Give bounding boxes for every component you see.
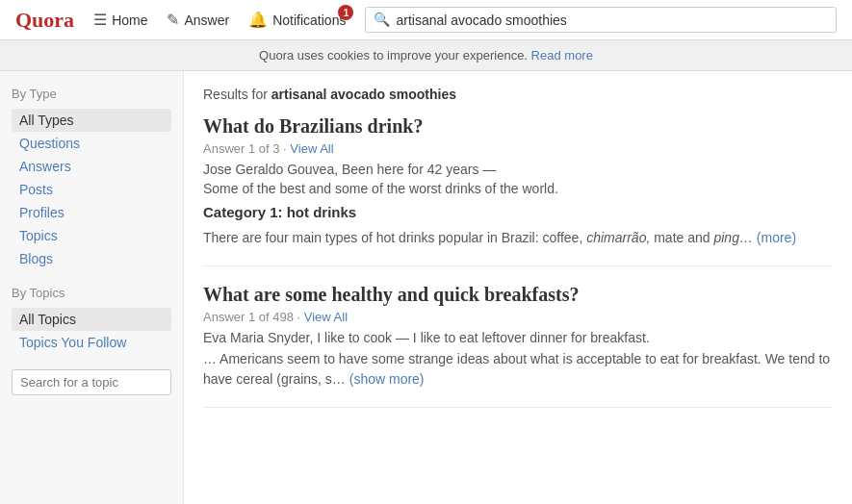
sidebar-topics-divider (12, 354, 171, 369)
nav-home[interactable]: ☰ Home (93, 11, 147, 29)
nav-notifications-label: Notifications (272, 13, 346, 28)
result-2-view-all[interactable]: View All (304, 310, 348, 324)
home-icon: ☰ (93, 11, 107, 29)
result-1-meta-text: Answer 1 of 3 · (203, 141, 290, 156)
result-1-view-all[interactable]: View All (290, 141, 333, 156)
result-1-category: Category 1: hot drinks (203, 204, 833, 220)
sidebar-item-questions[interactable]: Questions (12, 132, 171, 155)
result-1-italic2: ping… (713, 230, 752, 245)
result-1-text-main: There are four main types of hot drinks … (203, 230, 586, 245)
results-header: Results for artisanal avocado smoothies (203, 87, 833, 102)
result-1-more[interactable]: (more) (757, 230, 796, 245)
search-icon: 🔍 (374, 12, 390, 28)
nav-answer-label: Answer (184, 13, 229, 28)
sidebar: By Type All Types Questions Answers Post… (0, 71, 183, 504)
by-topics-title: By Topics (12, 286, 171, 300)
sidebar-item-posts[interactable]: Posts (12, 178, 171, 201)
nav-notifications[interactable]: 🔔 Notifications 1 (248, 11, 346, 29)
search-input[interactable] (396, 13, 828, 28)
notification-badge: 1 (338, 5, 353, 20)
result-1-author-sub: Some of the best and some of the worst d… (203, 181, 833, 196)
sidebar-item-answers[interactable]: Answers (12, 155, 171, 178)
result-1-meta: Answer 1 of 3 · View All (203, 141, 833, 156)
logo[interactable]: Quora (15, 8, 74, 33)
results-prefix: Results for (203, 87, 268, 102)
cookie-banner: Quora uses cookies to improve your exper… (0, 40, 852, 71)
sidebar-item-topics[interactable]: Topics (12, 224, 171, 247)
edit-icon: ✎ (167, 11, 179, 29)
result-1-text: There are four main types of hot drinks … (203, 228, 833, 248)
result-2-meta: Answer 1 of 498 · View All (203, 310, 833, 324)
result-item-1: What do Brazilians drink? Answer 1 of 3 … (203, 115, 833, 266)
result-2-more[interactable]: (show more) (349, 371, 425, 387)
results-query: artisanal avocado smoothies (271, 87, 456, 102)
header: Quora ☰ Home ✎ Answer 🔔 Notifications 1 … (0, 0, 852, 40)
result-1-text-after: mate and (650, 230, 713, 245)
sidebar-item-profiles[interactable]: Profiles (12, 201, 171, 224)
nav-answer[interactable]: ✎ Answer (167, 11, 229, 29)
sidebar-item-blogs[interactable]: Blogs (12, 247, 171, 270)
sidebar-item-all-types[interactable]: All Types (12, 109, 171, 132)
by-type-title: By Type (12, 87, 171, 101)
result-2-meta-text: Answer 1 of 498 · (203, 310, 304, 324)
sidebar-item-all-topics[interactable]: All Topics (12, 308, 171, 331)
result-1-author: Jose Geraldo Gouvea, Been here for 42 ye… (203, 162, 833, 177)
sidebar-divider (12, 270, 171, 286)
result-2-author: Eva Maria Snyder, I like to cook — I lik… (203, 330, 833, 345)
search-topic-input[interactable] (12, 369, 171, 395)
result-2-text-main: … Americans seem to have some strange id… (203, 351, 830, 387)
sidebar-item-topics-you-follow[interactable]: Topics You Follow (12, 331, 171, 354)
search-bar: 🔍 (365, 7, 837, 33)
main-layout: By Type All Types Questions Answers Post… (0, 71, 852, 504)
content-area: Results for artisanal avocado smoothies … (183, 71, 852, 504)
bell-icon: 🔔 (248, 11, 268, 29)
result-item-2: What are some healthy and quick breakfas… (203, 284, 833, 408)
nav-home-label: Home (112, 13, 147, 28)
cookie-read-more[interactable]: Read more (531, 48, 593, 63)
result-2-text: … Americans seem to have some strange id… (203, 349, 833, 390)
cookie-text: Quora uses cookies to improve your exper… (259, 48, 528, 63)
result-1-title[interactable]: What do Brazilians drink? (203, 115, 833, 138)
result-2-title[interactable]: What are some healthy and quick breakfas… (203, 284, 833, 306)
result-1-italic1: chimarrão, (586, 230, 650, 245)
